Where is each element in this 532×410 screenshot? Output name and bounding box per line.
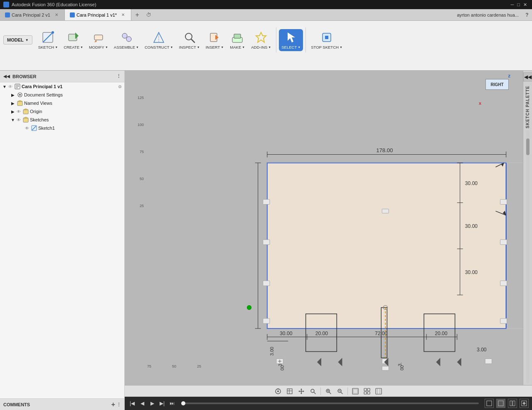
root-expand-icon[interactable]: ▼ — [2, 84, 7, 89]
sketches-label: Sketches — [30, 117, 123, 122]
root-eye-icon[interactable]: 👁 — [7, 84, 13, 89]
modify-button[interactable]: MODIFY ▼ — [86, 29, 111, 51]
svg-rect-81 — [263, 319, 270, 324]
svg-point-7 — [126, 37, 131, 42]
timeline-view-btn-4[interactable] — [520, 399, 529, 408]
svg-marker-17 — [288, 32, 295, 42]
tab-history-button[interactable]: ⏱ — [143, 9, 155, 20]
addins-button[interactable]: ADD-INS ▼ — [249, 29, 273, 51]
docsettings-expand-icon[interactable]: ▶ — [10, 93, 16, 97]
tree-item-docsettings[interactable]: ▶ Document Settings — [0, 91, 124, 99]
svg-line-11 — [191, 39, 195, 42]
tree-item-namedviews[interactable]: ▶ Named Views — [0, 99, 124, 107]
tool-display1[interactable] — [350, 387, 360, 396]
svg-point-2 — [52, 31, 54, 34]
timeline-view-btn-2[interactable] — [496, 399, 505, 408]
maximize-btn[interactable]: □ — [517, 2, 520, 7]
close-btn[interactable]: ✕ — [523, 2, 527, 7]
assemble-button[interactable]: ASSEMBLE ▼ — [111, 29, 141, 51]
browser-expand-icon[interactable]: ⋮ — [116, 74, 121, 79]
root-gear-icon[interactable]: ⚙ — [117, 84, 123, 89]
construct-button[interactable]: CONSTRUCT ▼ — [142, 29, 176, 51]
titlebar: Autodesk Fusion 360 (Education License) … — [0, 0, 532, 9]
tab-close-icon[interactable]: ✕ — [54, 12, 59, 18]
tab-close-icon-2[interactable]: ✕ — [120, 12, 126, 18]
timeline-next-btn[interactable]: ▶| — [158, 399, 166, 408]
tool-grid[interactable] — [285, 387, 295, 396]
timeline-end-btn[interactable]: ⏭ — [168, 399, 176, 408]
sketch-palette-collapse[interactable]: ◀◀ — [523, 72, 532, 82]
make-label: MAKE ▼ — [230, 45, 245, 49]
tree-item-origin[interactable]: ▶ 👁 Origin — [0, 107, 124, 116]
svg-rect-19 — [325, 36, 328, 39]
tool-snap[interactable] — [273, 387, 283, 396]
create-button[interactable]: CREATE ▼ — [61, 29, 86, 51]
sketch-canvas[interactable]: 178.00 120.00 30.00 30.00 — [125, 71, 523, 385]
timeline-play-btn[interactable]: ▶ — [148, 399, 156, 408]
svg-marker-112 — [298, 390, 300, 392]
tool-zoomin[interactable] — [323, 387, 333, 396]
separator-2 — [347, 388, 348, 395]
view-cube[interactable]: Z RIGHT X — [477, 74, 510, 107]
insert-button[interactable]: INSERT ▼ — [203, 29, 227, 51]
tab-bar: Cara Principal 2 v1 ✕ Cara Principal 1 v… — [0, 9, 532, 21]
tab-cara-principal-2[interactable]: Cara Principal 2 v1 ✕ — [0, 9, 65, 20]
svg-point-6 — [122, 33, 127, 38]
comments-add-icon[interactable]: + — [111, 401, 115, 408]
tool-display2[interactable] — [362, 387, 372, 396]
create-icon — [67, 31, 80, 44]
svg-rect-77 — [263, 240, 270, 245]
sketches-expand-icon[interactable]: ▼ — [10, 118, 16, 122]
namedviews-expand-icon[interactable]: ▶ — [10, 101, 16, 106]
make-button[interactable]: MAKE ▼ — [227, 29, 248, 51]
origin-eye-icon[interactable]: 👁 — [16, 109, 22, 114]
svg-rect-84 — [382, 366, 389, 370]
select-button[interactable]: SELECT ▼ — [279, 29, 303, 51]
root-label: Cara Principal 1 v1 — [22, 84, 117, 89]
tool-inspect2[interactable] — [308, 387, 318, 396]
tab-cara-principal-1[interactable]: Cara Principal 1 v1* ✕ — [65, 9, 131, 20]
comments-label: COMMENTS — [3, 402, 30, 407]
timeline-view-btn-1[interactable] — [485, 399, 494, 408]
inspect-button[interactable]: INSPECT ▼ — [177, 29, 202, 51]
view-face-right[interactable]: RIGHT — [485, 79, 509, 90]
canvas[interactable]: 125 100 75 50 25 75 50 25 — [125, 71, 523, 385]
separator-1 — [320, 388, 321, 395]
tree-item-root[interactable]: ▼ 👁 Cara Principal 1 v1 ⚙ — [0, 82, 124, 91]
model-dropdown[interactable]: MODEL ▼ — [3, 35, 32, 44]
root-doc-icon — [14, 83, 21, 90]
comments-section: COMMENTS + ⋮ — [0, 398, 124, 410]
timeline-marker[interactable] — [181, 401, 185, 405]
timeline-start-btn[interactable]: |◀ — [128, 399, 136, 408]
sketch-palette-scrollbar[interactable] — [526, 130, 530, 383]
svg-rect-79 — [263, 281, 270, 286]
sketches-eye-icon[interactable]: 👁 — [16, 117, 22, 123]
sketch1-eye-icon[interactable]: 👁 — [24, 125, 30, 131]
tool-zoomout[interactable] — [335, 387, 345, 396]
origin-icon — [22, 108, 29, 115]
tab-add-button[interactable]: + — [131, 9, 143, 20]
stop-sketch-button[interactable]: STOP SKETCH ▼ — [308, 29, 345, 51]
timeline-prev-btn[interactable]: ◀ — [138, 399, 146, 408]
tool-display3[interactable] — [374, 387, 384, 396]
tool-pan[interactable] — [296, 387, 306, 396]
toolbar-main: MODEL ▼ SKETCH ▼ CREATE ▼ — [0, 21, 532, 59]
comments-collapse-icon[interactable]: ⋮ — [117, 402, 121, 407]
tree-item-sketch1[interactable]: ▶ 👁 Sketch1 — [0, 124, 124, 132]
sketch-palette-scrollbar-thumb[interactable] — [526, 138, 530, 155]
svg-text:00: 00 — [399, 366, 404, 370]
svg-rect-95 — [485, 359, 492, 364]
docsettings-label: Document Settings — [24, 92, 123, 97]
origin-expand-icon[interactable]: ▶ — [10, 109, 16, 114]
timeline-view-btn-3[interactable] — [508, 399, 517, 408]
construct-arrow-icon: ▼ — [170, 46, 173, 49]
sketch-button[interactable]: SKETCH ▼ — [36, 29, 60, 51]
timeline-bar[interactable] — [181, 403, 479, 404]
tree-item-sketches[interactable]: ▼ 👁 Sketches — [0, 116, 124, 124]
browser-header: ◀◀ BROWSER ⋮ — [0, 71, 124, 82]
help-button[interactable]: ? — [522, 9, 532, 20]
svg-point-22 — [19, 94, 21, 96]
minimize-btn[interactable]: ─ — [511, 2, 514, 7]
assemble-label: ASSEMBLE ▼ — [114, 45, 139, 49]
browser-collapse-icon[interactable]: ◀◀ — [3, 74, 10, 79]
